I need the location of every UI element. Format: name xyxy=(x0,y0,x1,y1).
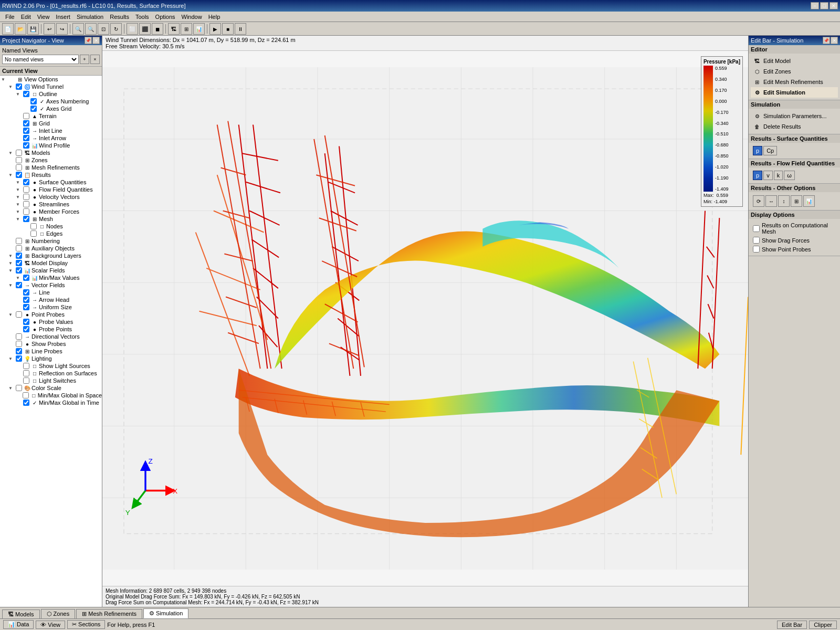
tree-item[interactable]: ▼📋Results xyxy=(0,171,102,178)
tree-checkbox[interactable] xyxy=(16,164,22,171)
toolbar-zoom-in[interactable]: 🔍 xyxy=(72,23,84,35)
tree-item[interactable]: ▼🏗Models xyxy=(0,149,102,156)
tree-item[interactable]: →Inlet Arrow xyxy=(0,134,102,142)
tree-item[interactable]: →Uniform Size xyxy=(0,303,102,311)
tree-checkbox[interactable] xyxy=(16,150,22,156)
toolbar-open[interactable]: 📂 xyxy=(15,23,26,35)
editor-section-header[interactable]: Editor xyxy=(749,45,840,54)
tree-checkbox[interactable] xyxy=(23,142,29,149)
tree-checkbox[interactable] xyxy=(16,282,22,288)
tree-checkbox[interactable] xyxy=(16,355,22,362)
tree-item[interactable]: ▼📊Scalar Fields xyxy=(0,267,102,274)
toolbar-new[interactable]: 📄 xyxy=(2,23,14,35)
toolbar-mesh[interactable]: ⊞ xyxy=(181,23,192,35)
tree-item[interactable]: ⊞Zones xyxy=(0,156,102,164)
tree-item[interactable]: →Line xyxy=(0,289,102,296)
show-drag-forces-checkbox[interactable] xyxy=(753,237,760,244)
tree-item[interactable]: ⊞Grid xyxy=(0,120,102,127)
status-tab-sections[interactable]: ✂ Sections xyxy=(67,620,105,629)
menu-insert[interactable]: Insert xyxy=(52,13,74,21)
tree-checkbox[interactable] xyxy=(30,223,37,229)
status-edit-bar[interactable]: Edit Bar xyxy=(777,621,807,629)
tree-checkbox[interactable] xyxy=(16,157,22,163)
tree-item[interactable]: 📊Wind Profile xyxy=(0,142,102,149)
menu-options[interactable]: Options xyxy=(152,13,178,21)
close-button[interactable]: ✕ xyxy=(830,2,838,9)
tab-simulation[interactable]: ⚙ Simulation xyxy=(143,608,188,618)
tree-item[interactable]: ▼🎨Color Scale xyxy=(0,384,102,392)
toolbar-redo[interactable]: ↪ xyxy=(56,23,68,35)
tab-models[interactable]: 🏗 Models xyxy=(2,610,40,618)
menu-file[interactable]: File xyxy=(2,13,18,21)
tree-checkbox[interactable] xyxy=(16,253,22,259)
tree-checkbox[interactable] xyxy=(23,120,29,127)
menu-edit[interactable]: Edit xyxy=(18,13,34,21)
tree-item[interactable]: ▼●Point Probes xyxy=(0,311,102,318)
tree-checkbox[interactable] xyxy=(23,400,29,406)
tree-checkbox[interactable] xyxy=(16,260,22,266)
tree-checkbox[interactable] xyxy=(16,348,22,354)
tree-checkbox[interactable] xyxy=(16,238,22,244)
toolbar-play[interactable]: ▶ xyxy=(209,23,221,35)
tree-item[interactable]: ▼●Flow Field Quantities xyxy=(0,186,102,193)
tree-item[interactable]: ⊞Line Probes xyxy=(0,348,102,355)
tree-checkbox[interactable] xyxy=(16,172,22,178)
results-other-btn1[interactable]: ⟳ xyxy=(753,195,764,207)
tree-checkbox[interactable] xyxy=(30,230,37,237)
tree-checkbox[interactable] xyxy=(23,179,29,185)
tree-item[interactable]: ●Probe Values xyxy=(0,318,102,326)
tree-checkbox[interactable] xyxy=(23,377,29,384)
tree-checkbox[interactable] xyxy=(16,267,22,274)
display-options-header[interactable]: Display Options xyxy=(749,211,840,219)
tree-checkbox[interactable] xyxy=(23,319,29,325)
tree-item[interactable]: ▼●Streamlines xyxy=(0,201,102,208)
menu-simulation[interactable]: Simulation xyxy=(74,13,107,21)
results-surface-header[interactable]: Results - Surface Quantities xyxy=(749,134,840,143)
toolbar-view2[interactable]: ⬛ xyxy=(139,23,151,35)
menu-window[interactable]: Window xyxy=(178,13,205,21)
edit-mesh-item[interactable]: ⊞ Edit Mesh Refinements xyxy=(751,77,838,87)
tree-checkbox[interactable] xyxy=(23,128,29,134)
tree-checkbox[interactable] xyxy=(23,326,29,332)
tree-item[interactable]: □Light Switches xyxy=(0,377,102,384)
tree-checkbox[interactable] xyxy=(16,341,22,347)
toolbar-results[interactable]: 📊 xyxy=(193,23,205,35)
named-views-delete-icon[interactable]: × xyxy=(90,55,100,64)
tree-item[interactable]: □Nodes xyxy=(0,223,102,230)
tree-checkbox[interactable] xyxy=(23,91,29,97)
tree-item[interactable]: ▼⊞Mesh xyxy=(0,215,102,223)
tree-item[interactable]: ▼⊞View Options xyxy=(0,76,102,83)
toolbar-zoom-out[interactable]: 🔍 xyxy=(85,23,97,35)
tree-item[interactable]: ▼●Member Forces xyxy=(0,208,102,215)
simulation-section-header[interactable]: Simulation xyxy=(749,100,840,109)
tree-checkbox[interactable] xyxy=(16,83,22,90)
show-point-probes-checkbox[interactable] xyxy=(753,246,760,253)
menu-help[interactable]: Help xyxy=(205,13,224,21)
tree-checkbox[interactable] xyxy=(23,216,29,222)
menu-results[interactable]: Results xyxy=(107,13,132,21)
left-panel-pin[interactable]: 📌 xyxy=(85,37,92,44)
toolbar-save[interactable]: 💾 xyxy=(27,23,39,35)
delete-results-item[interactable]: 🗑 Delete Results xyxy=(751,121,838,132)
toolbar-model[interactable]: 🏗 xyxy=(168,23,180,35)
toolbar-fit[interactable]: ⊡ xyxy=(98,23,109,35)
results-other-header[interactable]: Results - Other Options xyxy=(749,184,840,192)
tab-zones[interactable]: ⬡ Zones xyxy=(41,609,76,618)
tree-item[interactable]: ●Show Probes xyxy=(0,340,102,348)
results-on-mesh-checkbox[interactable] xyxy=(753,225,760,232)
tree-checkbox[interactable] xyxy=(23,392,29,398)
results-flow-header[interactable]: Results - Flow Field Quantities xyxy=(749,159,840,167)
tree-checkbox[interactable] xyxy=(23,208,29,215)
surface-qty-cp[interactable]: Cp xyxy=(763,146,777,155)
tree-item[interactable]: ▼🌀Wind Tunnel xyxy=(0,83,102,90)
left-panel-close[interactable]: ✕ xyxy=(92,37,100,44)
toolbar-view3[interactable]: ◼ xyxy=(152,23,163,35)
results-other-btn5[interactable]: 📊 xyxy=(803,195,815,207)
tab-mesh-refinements[interactable]: ⊞ Mesh Refinements xyxy=(76,609,142,618)
tree-item[interactable]: ✓Axes Grid xyxy=(0,105,102,112)
minimize-button[interactable]: − xyxy=(811,2,819,9)
toolbar-undo[interactable]: ↩ xyxy=(44,23,55,35)
flow-qty-omega[interactable]: ω xyxy=(784,171,795,180)
tree-item[interactable]: ▼🏗Model Display xyxy=(0,259,102,267)
results-other-btn4[interactable]: ⊞ xyxy=(791,195,802,207)
